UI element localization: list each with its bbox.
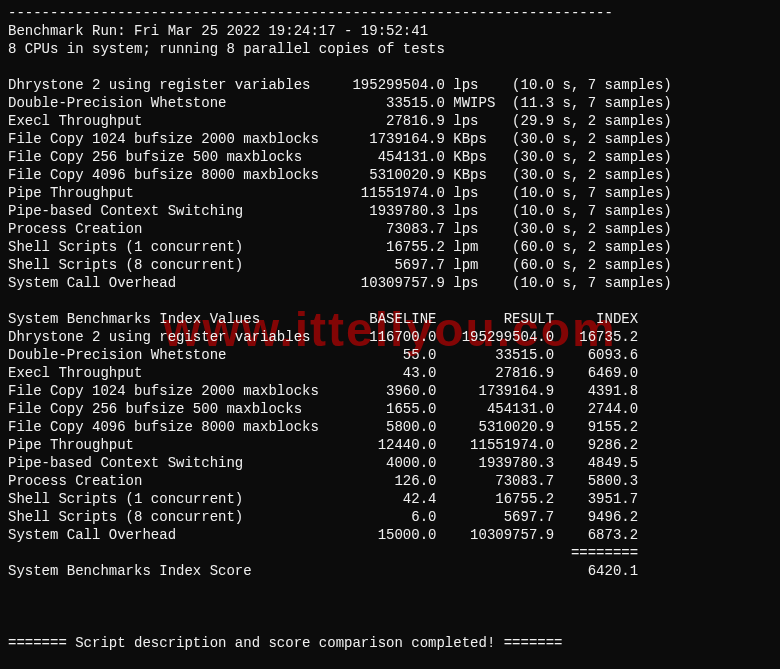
- raw-results-block: Dhrystone 2 using register variables 195…: [8, 77, 672, 291]
- score-line: System Benchmarks Index Score 6420.1: [8, 563, 638, 579]
- divider-top: ----------------------------------------…: [8, 5, 613, 21]
- cpu-line: 8 CPUs in system; running 8 parallel cop…: [8, 41, 445, 57]
- index-results-block: Dhrystone 2 using register variables 116…: [8, 329, 638, 543]
- score-divider: ========: [8, 545, 638, 561]
- terminal-output: ----------------------------------------…: [0, 0, 780, 656]
- run-line: Benchmark Run: Fri Mar 25 2022 19:24:17 …: [8, 23, 428, 39]
- footer-line: ======= Script description and score com…: [8, 635, 563, 651]
- index-header-line: System Benchmarks Index Values BASELINE …: [8, 311, 638, 327]
